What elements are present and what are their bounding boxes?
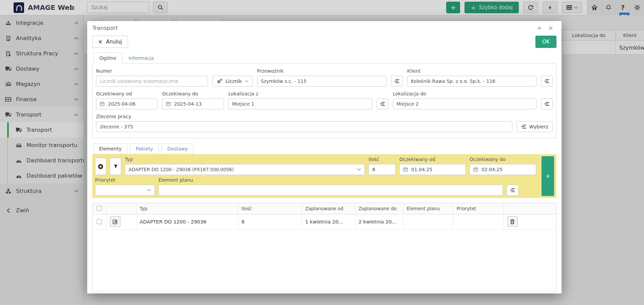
editor-oczekiwany-do-label: Oczekiwany do — [470, 157, 536, 162]
lokalizacja-do-pick-button[interactable] — [541, 98, 553, 109]
bars-staggered-icon — [544, 79, 549, 83]
calendar-icon — [403, 167, 408, 172]
select-all-checkbox[interactable] — [97, 206, 102, 211]
bars-staggered-icon — [394, 79, 399, 83]
numer-label: Numer — [96, 68, 208, 74]
edit-row-button[interactable] — [110, 216, 120, 227]
element-planu-pick-button[interactable] — [507, 185, 518, 196]
element-planu-label: Element planu — [158, 177, 503, 183]
modal-title: Transport — [92, 25, 533, 31]
ilosc-input[interactable] — [368, 164, 396, 175]
modal-tabs: Ogólne Informacja — [92, 52, 556, 64]
priorytet-select[interactable] — [95, 185, 155, 196]
row-cell-zaplanowane-do: 2 kwietnia 20... — [355, 214, 403, 229]
priorytet-label: Priorytet — [95, 177, 155, 183]
zaplanowane-do-column-header[interactable]: Zaplanowane do — [355, 203, 403, 214]
modal-header: Transport + × — [92, 21, 556, 31]
klient-pick-button[interactable] — [541, 76, 553, 87]
lokalizacja-z-input[interactable] — [228, 98, 372, 109]
klient-label: Klient — [407, 68, 536, 74]
typ-column-header[interactable]: Typ — [136, 203, 238, 214]
numer-input[interactable] — [96, 76, 208, 87]
confirm-add-item-button[interactable]: + — [542, 156, 554, 196]
ilosc-column-header[interactable]: Ilość — [238, 203, 302, 214]
oczekiwany-od-label: Oczekiwany od — [96, 91, 158, 96]
oczekiwany-do-input[interactable] — [174, 99, 220, 109]
oczekiwany-do-label: Oczekiwany do — [162, 91, 224, 96]
bars-staggered-icon — [510, 188, 515, 192]
funnel-icon — [113, 164, 118, 169]
delete-row-button[interactable] — [507, 216, 518, 227]
cancel-button[interactable]: ✕ Anuluj — [92, 36, 128, 48]
zlecenie-pracy-label: Zlecenie pracy — [96, 114, 512, 119]
modal-close-icon[interactable]: × — [545, 25, 556, 31]
actions-column-header — [504, 203, 556, 214]
lokalizacja-do-label: Lokalizacja do — [393, 91, 537, 96]
edit-column-header — [106, 203, 136, 214]
editor-oczekiwany-od-field[interactable] — [399, 164, 466, 175]
tab-ogolne[interactable]: Ogólne — [93, 52, 122, 64]
priorytet-column-header[interactable]: Priorytet — [453, 203, 504, 214]
zlecenie-pracy-input[interactable] — [96, 121, 512, 132]
zaplanowane-od-column-header[interactable]: Zaplanowane od — [302, 203, 355, 214]
subtab-elementy[interactable]: Elementy — [93, 143, 127, 154]
item-editor-panel: Typ ADAPTER DO 1200 - 29036 (PX187.500.0… — [92, 154, 556, 198]
editor-oczekiwany-do-input[interactable] — [481, 165, 532, 174]
lokalizacja-do-input[interactable] — [393, 98, 537, 109]
cogs-icon — [217, 78, 223, 84]
ilosc-label: Ilość — [368, 157, 396, 162]
transport-modal: Transport + × ✕ Anuluj OK Ogólne Informa… — [87, 21, 562, 293]
lokalizacja-z-label: Lokalizacja z — [228, 91, 372, 96]
klient-input[interactable] — [407, 76, 536, 87]
items-subtabs: Elementy Pakiety Dostawy — [92, 143, 556, 154]
chevron-down-icon — [147, 189, 151, 192]
calendar-icon — [100, 102, 105, 106]
bars-staggered-icon — [380, 102, 385, 106]
lokalizacja-z-pick-button[interactable] — [377, 98, 389, 109]
oczekiwany-od-input[interactable] — [108, 99, 154, 109]
typ-label: Typ — [125, 157, 365, 162]
row-cell-ilosc: 8 — [238, 214, 302, 229]
bars-staggered-icon — [521, 125, 526, 129]
modal-expand-icon[interactable]: + — [533, 25, 545, 31]
subtab-pakiety[interactable]: Pakiety — [130, 143, 159, 154]
close-icon: ✕ — [98, 39, 102, 45]
typ-select[interactable]: ADAPTER DO 1200 - 29036 (PX187.500.0056) — [125, 164, 365, 175]
ok-button[interactable]: OK — [535, 36, 556, 48]
bars-staggered-icon — [544, 102, 549, 106]
row-cell-element-planu — [403, 214, 453, 229]
row-cell-priorytet — [453, 214, 504, 229]
przewoznik-input[interactable] — [257, 76, 386, 87]
items-table-row[interactable]: ADAPTER DO 1200 - 29036 8 1 kwietnia 20.… — [93, 214, 556, 229]
plus-circle-icon — [98, 164, 103, 169]
filter-button[interactable] — [110, 158, 121, 175]
general-form: Numer Licznik Przewoźnik — [92, 64, 556, 138]
trash-icon — [510, 219, 515, 225]
subtab-dostawy[interactable]: Dostawy — [162, 143, 193, 154]
calendar-icon — [166, 102, 171, 106]
przewoznik-label: Przewoźnik — [257, 68, 386, 74]
calendar-icon — [473, 167, 478, 172]
items-table: Typ Ilość Zaplanowane od Zaplanowane do … — [92, 203, 556, 292]
oczekiwany-do-field[interactable] — [162, 98, 224, 109]
wybierz-button[interactable]: Wybierz — [517, 121, 553, 132]
add-item-button[interactable] — [95, 158, 106, 175]
licznik-button[interactable]: Licznik — [212, 76, 253, 87]
oczekiwany-od-field[interactable] — [96, 98, 158, 109]
items-table-header-row: Typ Ilość Zaplanowane od Zaplanowane do … — [93, 203, 556, 214]
chevron-down-icon — [245, 80, 248, 83]
przewoznik-pick-button[interactable] — [391, 76, 403, 87]
row-cell-zaplanowane-od: 1 kwietnia 20... — [302, 214, 355, 229]
modal-actions: ✕ Anuluj OK — [92, 36, 556, 48]
row-checkbox[interactable] — [97, 219, 102, 224]
tab-informacja[interactable]: Informacja — [122, 52, 160, 64]
element-planu-input[interactable] — [158, 185, 503, 196]
editor-oczekiwany-od-label: Oczekiwany od — [399, 157, 466, 162]
row-cell-typ: ADAPTER DO 1200 - 29036 — [136, 214, 238, 229]
editor-oczekiwany-do-field[interactable] — [470, 164, 536, 175]
pencil-square-icon — [112, 219, 118, 225]
chevron-down-icon — [357, 168, 361, 171]
element-planu-column-header[interactable]: Element planu — [403, 203, 453, 214]
editor-oczekiwany-od-input[interactable] — [411, 165, 462, 174]
